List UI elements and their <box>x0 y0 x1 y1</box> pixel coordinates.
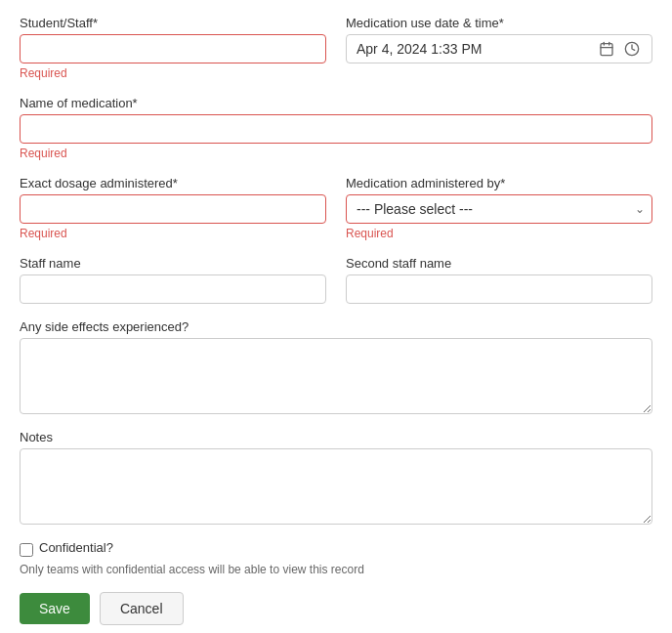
group-student-staff: Student/Staff* Required <box>20 16 326 80</box>
medication-name-input[interactable] <box>20 114 652 144</box>
group-medication-name: Name of medication* Required <box>20 96 652 160</box>
confidential-note: Only teams with confidential access will… <box>20 563 652 576</box>
confidential-checkbox[interactable] <box>20 543 33 557</box>
group-dosage: Exact dosage administered* Required <box>20 176 326 240</box>
row-staff-names: Staff name Second staff name <box>20 256 652 304</box>
second-staff-label: Second staff name <box>346 256 652 271</box>
confidential-label: Confidential? <box>39 540 113 555</box>
group-notes: Notes <box>20 430 652 525</box>
med-by-error: Required <box>346 227 652 240</box>
dosage-label: Exact dosage administered* <box>20 176 326 190</box>
datetime-wrapper: Apr 4, 2024 1:33 PM <box>346 34 652 63</box>
datetime-value: Apr 4, 2024 1:33 PM <box>357 41 591 57</box>
calendar-icon-button[interactable] <box>597 41 616 57</box>
med-by-select-wrapper: --- Please select --- ⌄ <box>346 194 652 224</box>
group-second-staff-name: Second staff name <box>346 256 652 304</box>
med-by-label: Medication administered by* <box>346 176 652 190</box>
row-notes: Notes <box>20 430 652 525</box>
medication-name-label: Name of medication* <box>20 96 652 110</box>
group-med-by: Medication administered by* --- Please s… <box>346 176 652 240</box>
second-staff-input[interactable] <box>346 274 652 304</box>
button-row: Save Cancel <box>20 592 652 625</box>
svg-rect-0 <box>601 44 612 56</box>
row-student-date: Student/Staff* Required Medication use d… <box>20 16 652 80</box>
dosage-error: Required <box>20 227 326 240</box>
staff-name-input[interactable] <box>20 274 326 304</box>
calendar-icon <box>599 41 614 57</box>
save-button[interactable]: Save <box>20 593 90 624</box>
group-medication-date: Medication use date & time* Apr 4, 2024 … <box>346 16 652 80</box>
student-staff-label: Student/Staff* <box>20 16 326 30</box>
medication-name-error: Required <box>20 147 652 160</box>
notes-textarea[interactable] <box>20 448 652 525</box>
cancel-button[interactable]: Cancel <box>100 592 184 625</box>
med-by-select[interactable]: --- Please select --- <box>346 194 652 224</box>
dosage-input[interactable] <box>20 194 326 224</box>
side-effects-textarea[interactable] <box>20 338 652 414</box>
student-staff-error: Required <box>20 66 326 80</box>
row-side-effects: Any side effects experienced? <box>20 319 652 414</box>
group-side-effects: Any side effects experienced? <box>20 319 652 414</box>
group-staff-name: Staff name <box>20 256 326 304</box>
clock-icon-button[interactable] <box>622 41 642 57</box>
row-medication-name: Name of medication* Required <box>20 96 652 160</box>
medication-date-label: Medication use date & time* <box>346 16 652 30</box>
side-effects-label: Any side effects experienced? <box>20 319 652 334</box>
notes-label: Notes <box>20 430 652 444</box>
clock-icon <box>624 41 640 57</box>
row-dosage-admin: Exact dosage administered* Required Medi… <box>20 176 652 240</box>
staff-name-label: Staff name <box>20 256 326 271</box>
confidential-row: Confidential? <box>20 540 652 559</box>
student-staff-input[interactable] <box>20 34 326 63</box>
